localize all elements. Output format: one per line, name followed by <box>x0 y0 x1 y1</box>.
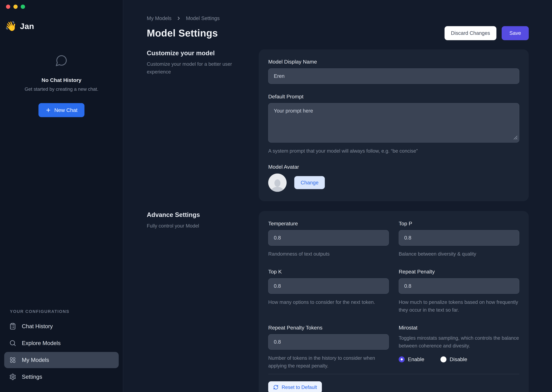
waving-hand-icon: 👋 <box>5 21 17 31</box>
new-chat-label: New Chat <box>54 107 77 113</box>
sidebar-item-label: Settings <box>22 374 42 380</box>
repeat-penalty-tokens-helper: Number of tokens in the history to consi… <box>268 354 389 370</box>
model-display-name-input[interactable]: Eren <box>268 68 519 84</box>
resize-handle[interactable] <box>513 135 518 141</box>
top-p-helper: Balance between diversity & quality <box>399 250 519 258</box>
radio-selected-icon[interactable] <box>399 357 405 362</box>
configurations-header: YOUR CONFIGURATIONS <box>10 309 123 314</box>
app-name: Jan <box>20 21 34 31</box>
top-k-input[interactable]: 0.8 <box>268 278 389 294</box>
default-prompt-label: Default Prompt <box>268 94 519 100</box>
sidebar-item-label: My Models <box>22 357 49 363</box>
advance-subheading: Fully control your Model <box>147 222 245 230</box>
reset-to-default-label: Reset to Default <box>282 385 317 390</box>
gear-icon <box>9 373 16 380</box>
customize-section: Customize your model Customize your mode… <box>147 49 529 201</box>
mirostat-enable-option[interactable]: Enable <box>399 357 424 362</box>
sidebar: 👋 Jan No Chat History Get started by cre… <box>0 0 123 392</box>
breadcrumb-my-models[interactable]: My Models <box>147 15 172 21</box>
repeat-penalty-tokens-label: Repeat Penalty Tokens <box>268 325 389 331</box>
mirostat-label: Mirostat <box>399 325 519 331</box>
window-controls <box>0 0 123 9</box>
sidebar-item-explore-models[interactable]: Explore Models <box>4 335 119 351</box>
default-prompt-textarea[interactable]: Your prompt here <box>268 103 519 142</box>
change-avatar-button[interactable]: Change <box>294 176 325 189</box>
top-p-input[interactable]: 0.8 <box>399 230 519 245</box>
divider <box>268 374 519 374</box>
top-k-helper: How many options to consider for the nex… <box>268 298 389 306</box>
model-display-name-label: Model Display Name <box>268 59 519 65</box>
temperature-label: Temperature <box>268 221 389 227</box>
reset-to-default-button[interactable]: Reset to Default <box>268 381 322 392</box>
discard-changes-button[interactable]: Discard Changes <box>444 26 496 40</box>
enable-label: Enable <box>408 357 424 362</box>
chevron-right-icon <box>176 16 181 21</box>
maximize-window-button[interactable] <box>21 5 25 9</box>
temperature-helper: Randomness of text outputs <box>268 250 389 258</box>
top-p-label: Top P <box>399 221 519 227</box>
mirostat-disable-option[interactable]: Disable <box>440 357 467 362</box>
sidebar-item-label: Explore Models <box>22 340 61 346</box>
save-button[interactable]: Save <box>502 26 529 40</box>
mirostat-radio-group: Enable Disable <box>399 357 519 362</box>
model-avatar-label: Model Avatar <box>268 164 519 170</box>
sidebar-item-chat-history[interactable]: Chat History <box>4 318 119 334</box>
app-window: 👋 Jan No Chat History Get started by cre… <box>0 0 552 392</box>
temperature-input[interactable]: 0.8 <box>268 230 389 245</box>
avatar <box>268 174 286 192</box>
sidebar-nav: YOUR CONFIGURATIONS Chat History Explore… <box>0 309 123 392</box>
radio-unselected-icon[interactable] <box>440 357 446 362</box>
customize-card: Model Display Name Eren Default Prompt Y… <box>259 49 529 201</box>
repeat-penalty-helper: How much to penalize tokens based on how… <box>399 298 519 314</box>
page-title: Model Settings <box>147 28 218 39</box>
repeat-penalty-tokens-input[interactable]: 0.8 <box>268 334 389 350</box>
plus-icon <box>45 107 51 113</box>
breadcrumb: My Models Model Settings <box>147 15 529 21</box>
breadcrumb-model-settings: Model Settings <box>186 15 220 21</box>
minimize-window-button[interactable] <box>14 5 18 9</box>
advance-card: Temperature 0.8 Randomness of text outpu… <box>259 211 529 392</box>
disable-label: Disable <box>450 357 467 362</box>
repeat-penalty-input[interactable]: 0.8 <box>399 278 519 294</box>
empty-state-subtitle: Get started by creating a new chat. <box>25 86 98 92</box>
customize-heading: Customize your model <box>147 49 245 57</box>
sidebar-item-my-models[interactable]: My Models <box>4 352 119 368</box>
customize-subheading: Customize your model for a better user e… <box>147 60 245 76</box>
mirostat-description: Toggles mirostats sampling, which contro… <box>399 334 519 350</box>
grid-icon <box>9 357 16 364</box>
advance-section: Advance Settings Fully control your Mode… <box>147 211 529 392</box>
empty-state-title: No Chat History <box>42 77 81 83</box>
default-prompt-helper: A system prompt that your model will alw… <box>268 147 519 155</box>
main-content: My Models Model Settings Model Settings … <box>123 0 552 392</box>
new-chat-button[interactable]: New Chat <box>38 103 84 117</box>
search-icon <box>9 340 16 347</box>
advance-heading: Advance Settings <box>147 211 245 218</box>
default-prompt-value: Your prompt here <box>274 108 313 113</box>
refresh-icon <box>273 385 278 390</box>
sidebar-item-label: Chat History <box>22 323 53 329</box>
sidebar-item-settings[interactable]: Settings <box>4 369 119 385</box>
chat-bubble-icon <box>55 54 68 68</box>
app-logo: 👋 Jan <box>0 9 123 31</box>
chat-empty-state: No Chat History Get started by creating … <box>0 54 123 117</box>
repeat-penalty-label: Repeat Penalty <box>399 269 519 275</box>
top-k-label: Top K <box>268 269 389 275</box>
close-window-button[interactable] <box>6 5 10 9</box>
clipboard-icon <box>9 323 16 330</box>
